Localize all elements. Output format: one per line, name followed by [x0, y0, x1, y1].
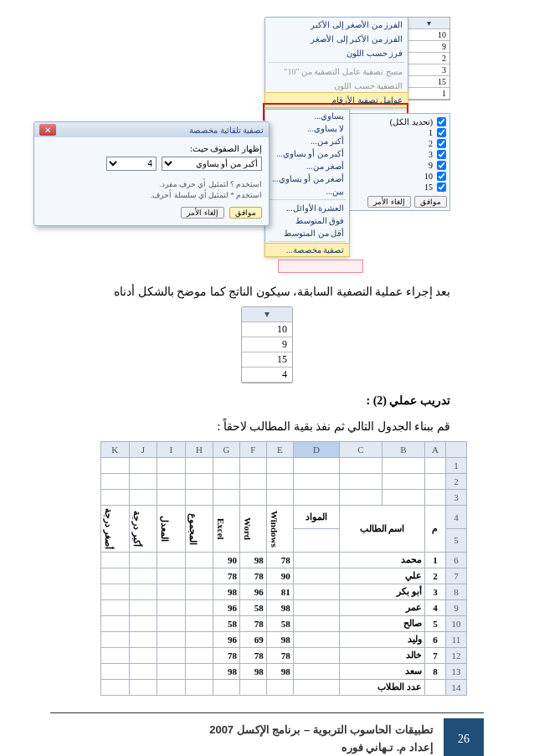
cell: 98 [266, 631, 293, 647]
hdr-name: اسم الطالب [340, 506, 425, 553]
row-head: 12 [446, 647, 467, 663]
mi-lt[interactable]: أصغر من... [265, 160, 349, 172]
number-filters[interactable]: عوامل تصفية الأرقام [265, 93, 408, 107]
mi-above-avg[interactable]: فوق المتوسط [265, 214, 349, 227]
cell: 98 [213, 584, 240, 599]
footer-line-2: إعداد م. تـهاني فوره [60, 739, 434, 756]
sort-filter-menu[interactable]: الفرز من الأصغر إلى الأكبر الفرز من الأك… [264, 17, 408, 108]
row-head: 3 [446, 490, 467, 506]
cell: 1 [408, 88, 449, 100]
cell: 10 [242, 322, 292, 337]
cell: 3 [424, 584, 445, 599]
cell: 15 [242, 352, 292, 368]
cb-5[interactable] [437, 172, 446, 181]
row-head: 7 [446, 568, 467, 584]
cell: 90 [266, 568, 293, 584]
cb-1[interactable] [437, 128, 446, 137]
label: 9 [429, 161, 433, 170]
cb-2[interactable] [437, 139, 446, 148]
cell: 78 [239, 615, 266, 631]
footer-line-1: تطبيقات الحاسوب التربوية – برنامج الإكسل… [60, 722, 434, 739]
exercise-heading: تدريب عملي (2) : [33, 392, 450, 410]
mi-gte[interactable]: أكبر من أو يساوي... [265, 147, 349, 160]
label: 3 [429, 150, 433, 159]
cell: 78 [213, 647, 240, 663]
cell: 98 [266, 663, 293, 679]
label: 1 [429, 128, 433, 137]
mi-equals[interactable]: يساوي... [265, 110, 349, 122]
hdr-avg: المعدل [160, 514, 171, 543]
sort-by-color[interactable]: فرز حسب اللون [265, 46, 408, 60]
separator [269, 199, 346, 200]
mi-gt[interactable]: أكبر من... [265, 135, 349, 147]
cell: 98 [266, 599, 293, 615]
mi-custom-filter[interactable]: تصفية مخصصة... [265, 244, 349, 256]
col-head: G [213, 442, 240, 458]
dialog-title: تصفية تلقائية مخصصة [189, 126, 264, 135]
row-head: 6 [446, 552, 467, 568]
cell: خالد [340, 647, 425, 663]
hdr-max: أكبر درجة [132, 509, 143, 548]
cb-4[interactable] [437, 161, 446, 170]
custom-autofilter-dialog[interactable]: تصفية تلقائية مخصصة ✕ إظهار الصفوف حيث: … [33, 121, 270, 226]
cell: 78 [239, 647, 266, 663]
hint-line: استخدم ؟ لتمثيل أي حرف مفرد. [41, 179, 262, 190]
col-head: C [340, 442, 383, 458]
sort-asc[interactable]: الفرز من الأصغر إلى الأكبر [265, 18, 408, 32]
ok-button[interactable]: موافق [414, 196, 447, 208]
cell: محمد [340, 552, 425, 568]
excel-column-before: ▾ 10 9 2 3 15 1 [407, 17, 450, 100]
page-footer: 26 تطبيقات الحاسوب التربوية – برنامج الإ… [50, 718, 484, 756]
exercise-text: قم ببناء الجدول التالي ثم نفذ بقية المطا… [33, 418, 450, 436]
row-head: 11 [446, 631, 467, 647]
separator [269, 62, 404, 63]
dlg-cancel-button[interactable]: إلغاء الأمر [181, 207, 224, 219]
cell: 9 [242, 337, 292, 352]
cell: 78 [266, 647, 293, 663]
row-head: 13 [446, 663, 467, 679]
hdr-sum: المجموع [188, 512, 199, 547]
col-head: F [239, 442, 266, 458]
dlg-ok-button[interactable]: موافق [229, 207, 262, 219]
mi-lte[interactable]: أصغر من أو يساوي... [265, 172, 349, 185]
operator-select[interactable]: أكبر من أو يساوي [162, 157, 262, 171]
label: 10 [424, 172, 433, 181]
filter-values-panel[interactable]: (تحديد الكل) 1 2 3 9 10 15 موافق إلغاء ا… [343, 113, 450, 211]
page-number: 26 [444, 718, 484, 756]
cell: 2 [408, 53, 449, 64]
cancel-button[interactable]: إلغاء الأمر [367, 196, 411, 208]
mi-below-avg[interactable]: أقل من المتوسط [265, 227, 349, 239]
close-icon[interactable]: ✕ [39, 124, 56, 136]
mi-top10[interactable]: العشرة الأوائل... [265, 202, 349, 214]
cb-select-all[interactable] [437, 117, 446, 126]
row-head: 9 [446, 599, 467, 615]
sort-desc[interactable]: الفرز من الأكبر إلى الأصغر [265, 32, 408, 46]
mi-not-equals[interactable]: لا يساوي... [265, 122, 349, 135]
corner [446, 442, 467, 458]
cell: 69 [239, 631, 266, 647]
footer-separator [50, 712, 484, 713]
hdr-word: Word [243, 516, 253, 542]
cell: 96 [213, 599, 240, 615]
col-head: I [157, 442, 186, 458]
row-head: 2 [446, 474, 467, 490]
row-head: 5 [446, 529, 467, 553]
cell: 98 [239, 552, 266, 568]
col-head: H [185, 442, 213, 458]
mi-between[interactable]: بين... [265, 185, 349, 198]
filter-icon: ▾ [242, 307, 292, 322]
exercise-excel-table: K J I H G F E D C B A 1 2 3 أصغر درجة أك… [100, 441, 467, 696]
label: 2 [429, 139, 433, 148]
cell: 78 [239, 568, 266, 584]
cell: صالح [340, 615, 425, 631]
cb-6[interactable] [437, 183, 446, 192]
number-filter-submenu[interactable]: يساوي... لا يساوي... أكبر من... أكبر من … [264, 109, 350, 257]
cell: 96 [239, 584, 266, 599]
cell: 58 [213, 615, 240, 631]
cell: 1 [424, 552, 445, 568]
cb-3[interactable] [437, 150, 446, 159]
row-head: 4 [446, 506, 467, 529]
cell: 96 [213, 631, 240, 647]
value-select[interactable]: 4 [106, 157, 157, 171]
label: 15 [424, 183, 433, 192]
